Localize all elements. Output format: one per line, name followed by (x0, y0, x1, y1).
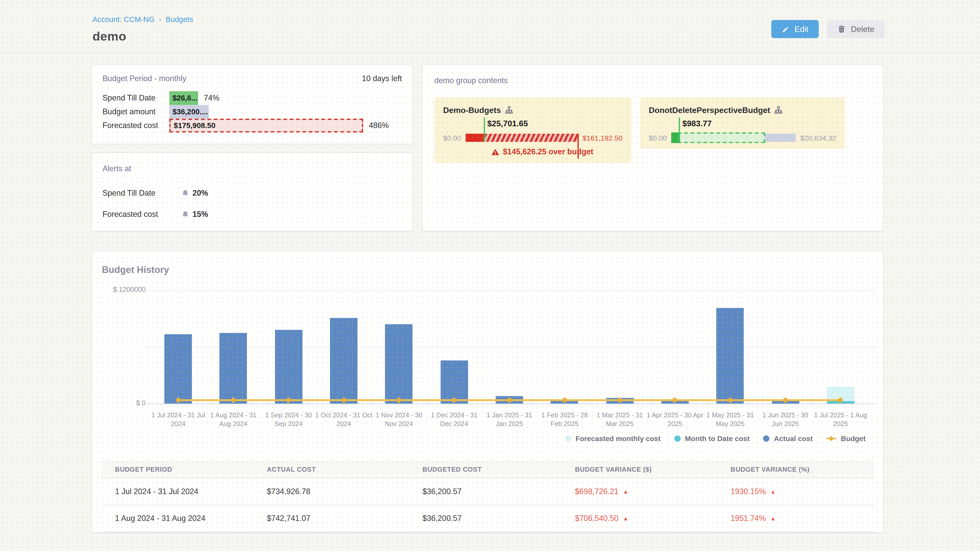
bar-actual-cost[interactable] (330, 318, 358, 403)
budget-history-table: BUDGET PERIODACTUAL COSTBUDGETED COSTBUD… (102, 460, 874, 532)
legend-dot (674, 435, 680, 441)
forecasted-cost-row: Forecasted cost $175,908.50 486% (103, 119, 402, 132)
x-axis-label: 1 Aug 2024 - 31 Aug 2024 (205, 411, 262, 428)
bell-icon (181, 189, 189, 197)
budget-legend-marker (827, 435, 837, 441)
trend-up-icon: ▲ (623, 489, 628, 495)
table-column-header: BUDGETED COST (409, 460, 562, 478)
x-axis-label: 1 Jan 2025 - 31 Jan 2025 (480, 411, 538, 428)
cell-variance-pct: 1951.74%▲ (718, 505, 874, 532)
bar-actual-cost[interactable] (220, 333, 247, 403)
bar-actual-cost[interactable] (164, 334, 192, 403)
trend-up-icon: ▲ (623, 515, 628, 521)
x-axis-label: 1 Jul 2025 - 1 Aug 2025 (812, 411, 869, 428)
budget-progress-bar[interactable]: $983.77 (671, 134, 796, 142)
cell-budget-period: 1 Aug 2024 - 31 Aug 2024 (102, 505, 254, 532)
alerts-card: Alerts at Spend Till Date 20% Forecasted… (91, 152, 413, 231)
trend-up-icon: ▲ (770, 489, 776, 495)
table-column-header: BUDGET PERIOD (102, 460, 254, 478)
cell-budget-period: 1 Jul 2024 - 31 Jul 2024 (102, 478, 254, 505)
table-column-header: BUDGET VARIANCE ($) (562, 460, 718, 478)
budget-amount-label: Budget amount (103, 105, 169, 119)
forecasted-cost-pct: 486% (369, 119, 389, 132)
cell-variance-usd: $706,540.50▲ (562, 505, 718, 532)
budget-max-label: $20,634.32 (800, 134, 836, 141)
budget-amount-row: Budget amount $36,200.... (103, 105, 402, 119)
page-header: Account: CCM-NG›Budgets demo Edit Delete (0, 0, 980, 44)
table-row: 1 Jul 2024 - 31 Jul 2024 $734,926.78 $36… (102, 478, 874, 505)
pencil-icon (782, 25, 789, 33)
x-axis-label: 1 Sep 2024 - 30 Sep 2024 (260, 411, 317, 428)
budget-history-title: Budget History (102, 264, 883, 275)
legend-item[interactable]: Month to Date cost (674, 435, 749, 442)
budget-detail-page: Account: CCM-NG›Budgets demo Edit Delete… (0, 0, 980, 551)
forecast-segment (671, 132, 765, 143)
spend-marker-value: $983.77 (682, 119, 712, 128)
x-axis-label: 1 Apr 2025 - 30 Apr 2025 (646, 411, 703, 428)
bar-actual-cost[interactable] (716, 308, 744, 403)
hierarchy-icon (774, 106, 783, 115)
x-axis-label: 1 May 2025 - 31 May 2025 (701, 411, 759, 428)
gridline (147, 290, 876, 290)
x-axis-label: 1 Nov 2024 - 30 Nov 2024 (370, 411, 428, 428)
budget-amount-bar: $36,200.... (169, 105, 209, 119)
x-axis-label: 1 Mar 2025 - 31 Mar 2025 (591, 411, 649, 428)
over-budget-alert: $145,626.25 over budget (443, 148, 622, 156)
days-left-label: 10 days left (362, 74, 402, 83)
spend-marker-line (484, 118, 485, 142)
alert-forecast-label: Forecasted cost (103, 210, 181, 219)
gridline (147, 347, 876, 347)
breadcrumb: Account: CCM-NG›Budgets (92, 15, 193, 24)
x-axis-label: 1 Oct 2024 - 31 Oct 2024 (315, 411, 372, 428)
alert-spend-value: 20% (192, 189, 208, 197)
bar-actual-cost[interactable] (275, 330, 302, 403)
trash-icon (838, 25, 846, 33)
y-axis-tick-label: $ 0 (96, 399, 146, 407)
budget-min-label: $0.00 (443, 134, 461, 141)
cell-actual-cost: $742,741.07 (254, 505, 409, 532)
edit-button[interactable]: Edit (771, 20, 819, 38)
chart-legend: Forecasted monthly costMonth to Date cos… (92, 432, 865, 445)
budget-tile-name[interactable]: Demo-Budgets (443, 106, 501, 115)
breadcrumb-account-link[interactable]: Account: CCM-NG (92, 15, 154, 24)
gridline (147, 403, 876, 404)
alert-row-forecast: Forecasted cost 15% (103, 207, 402, 222)
legend-dot (565, 435, 571, 441)
trend-up-icon: ▲ (770, 515, 776, 521)
x-axis-label: 1 Jul 2024 - 31 Jul 2024 (150, 411, 207, 428)
y-axis-tick-label: $ 1200000 (96, 286, 146, 293)
table-column-header: ACTUAL COST (254, 460, 409, 478)
table-column-header: BUDGET VARIANCE (%) (718, 460, 874, 478)
budget-history-panel: Budget History $ 0$ 12000001 Jul 2024 - … (91, 251, 884, 533)
cell-variance-usd: $698,726.21▲ (562, 478, 718, 505)
spend-till-date-row: Spend Till Date $26,6... 74% (103, 91, 402, 105)
budget-tile-name[interactable]: DonotDeletePerspectiveBudget (649, 106, 770, 115)
spend-till-date-bar: $26,6... (169, 91, 198, 105)
budget-period-card: Budget Period - monthly 10 days left Spe… (91, 64, 413, 144)
legend-item[interactable]: Actual cost (763, 435, 813, 442)
breadcrumb-separator: › (159, 16, 161, 23)
budget-max-label: $161,192.50 (583, 134, 623, 141)
breadcrumb-budgets-link[interactable]: Budgets (165, 15, 193, 24)
edit-button-label: Edit (794, 24, 808, 34)
x-axis-label: 1 Jun 2025 - 30 Jun 2025 (757, 411, 814, 428)
actual-spend-segment (466, 134, 484, 142)
x-axis-label: 1 Feb 2025 - 28 Feb 2025 (536, 411, 593, 428)
group-contents-card: demo group contents Demo-Budgets $0.00 (422, 64, 884, 231)
cell-actual-cost: $734,926.78 (254, 478, 409, 505)
delete-button[interactable]: Delete (827, 20, 885, 38)
alerts-card-title: Alerts at (103, 164, 131, 173)
legend-item[interactable]: Budget (827, 435, 865, 442)
spend-till-date-pct: 74% (204, 91, 219, 105)
spend-marker-value: $25,701.65 (487, 119, 528, 128)
over-budget-alert-text: $145,626.25 over budget (503, 148, 593, 156)
legend-item[interactable]: Forecasted monthly cost (565, 435, 660, 442)
budget-history-chart: $ 0$ 12000001 Jul 2024 - 31 Jul 20241 Au… (92, 281, 883, 431)
budget-min-label: $0.00 (649, 134, 667, 141)
budget-tile-donotdelete: DonotDeletePerspectiveBudget $0.00 $983.… (640, 97, 845, 149)
table-row: 1 Aug 2024 - 31 Aug 2024 $742,741.07 $36… (102, 505, 874, 532)
page-title: demo (92, 29, 193, 44)
group-contents-card-title: demo group contents (434, 76, 508, 85)
bar-actual-cost[interactable] (385, 324, 413, 403)
budget-progress-bar[interactable]: $25,701.65 (466, 134, 578, 142)
